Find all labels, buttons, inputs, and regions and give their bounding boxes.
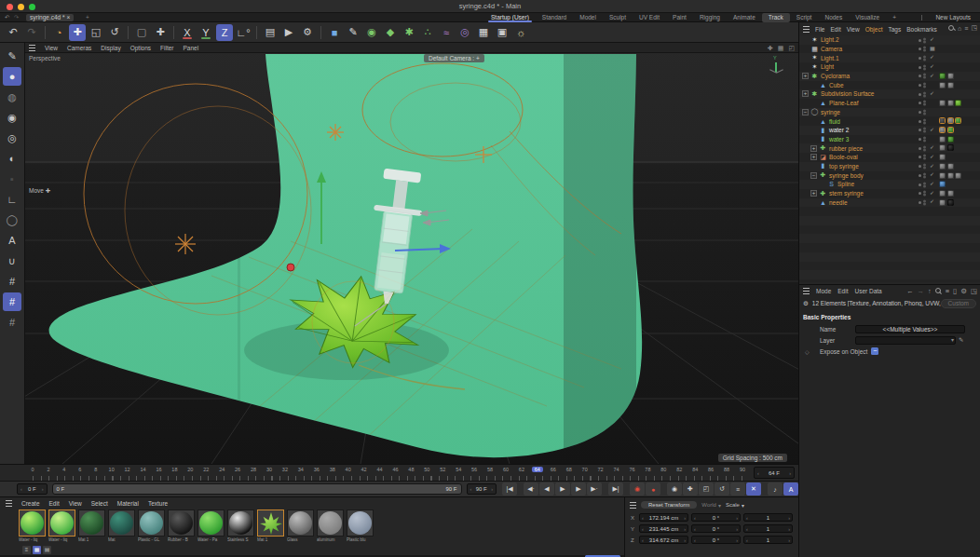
black-tag-icon[interactable] <box>947 199 954 206</box>
enabled-check-icon[interactable]: ✓ <box>930 162 934 171</box>
layout-tab-model[interactable]: Model <box>573 13 603 22</box>
gray-tag-icon[interactable] <box>947 172 954 179</box>
visibility-dots[interactable] <box>919 174 921 177</box>
volume-icon[interactable]: ◎ <box>456 24 473 41</box>
default-camera-chip[interactable]: Default Camera : + <box>424 54 484 62</box>
material-menu-edit[interactable]: Edit <box>49 500 60 507</box>
visibility-dots[interactable] <box>919 156 921 158</box>
prev-frame-button[interactable]: ◀ <box>539 482 554 496</box>
gray-tag-icon[interactable] <box>939 127 946 133</box>
tree-item-light[interactable]: ✶Light✓ <box>799 62 980 72</box>
expand-icon[interactable]: − <box>802 109 809 115</box>
x-pos-field[interactable]: ‹172.194 cm› <box>639 513 688 522</box>
material-1-water-liq[interactable]: Water - liq <box>48 509 75 543</box>
tree-item-water-2[interactable]: ▮water 2✓ <box>799 126 980 135</box>
tree-item-light-2[interactable]: ✶Light.2✓ <box>799 35 980 45</box>
viewport-corner-icon-2[interactable]: ◰ <box>788 45 795 52</box>
layout-tab-nodes[interactable]: Nodes <box>818 13 849 22</box>
document-tab[interactable]: syringe.c4d * × <box>26 14 74 21</box>
tree-item-rubber-piece[interactable]: +✚rubber piece✓ <box>799 143 980 153</box>
gray-tag-icon[interactable] <box>947 117 954 124</box>
extrude-icon[interactable]: ◆ <box>382 24 399 41</box>
redo-icon[interactable]: ↷ <box>14 14 19 21</box>
render-view-icon[interactable]: ▤ <box>262 24 279 41</box>
green-tag-icon[interactable] <box>955 117 961 124</box>
x-rot-field[interactable]: ‹0 °› <box>691 513 741 522</box>
visibility-dots[interactable] <box>919 111 921 114</box>
tree-item-cube[interactable]: ▲Cube <box>799 80 980 89</box>
disabled-mode-icon[interactable]: ▪ <box>3 170 21 188</box>
close-tab-icon[interactable]: × <box>66 14 70 20</box>
light-object-icon[interactable]: ☼ <box>512 24 529 41</box>
visibility-dots[interactable] <box>919 183 921 186</box>
snap-auto-icon[interactable]: # <box>3 313 21 332</box>
material-8-mat-1[interactable]: Mat 1 <box>257 509 284 543</box>
add-tab-button[interactable]: + <box>86 14 89 20</box>
gray-tag-icon[interactable] <box>947 82 954 88</box>
axis-mode-icon[interactable]: A <box>3 231 21 250</box>
enabled-check-icon[interactable]: ✓ <box>930 72 934 81</box>
camera-object-icon[interactable]: ▣ <box>494 24 510 41</box>
axis-move-icon[interactable]: ✚ <box>152 24 169 41</box>
x-scale-field[interactable]: ‹1› <box>743 513 793 522</box>
scale-dropdown[interactable]: Scale▾ <box>726 502 744 509</box>
spin-left-icon[interactable]: ‹ <box>20 486 22 492</box>
material-0-water-liq[interactable]: Water - liq <box>19 509 46 543</box>
search-icon[interactable] <box>948 25 955 32</box>
tree-item-light-1[interactable]: ✶Light.1✓ <box>799 53 980 62</box>
solo-button[interactable]: A <box>783 482 798 496</box>
layout-tab-sculpt[interactable]: Sculpt <box>603 13 633 22</box>
forward-arrow-icon[interactable]: → <box>917 287 924 295</box>
goto-start-button[interactable]: |◀ <box>502 482 517 496</box>
material-7-stainless-s[interactable]: Stainless S <box>227 509 254 543</box>
tree-item-subdivision-surface[interactable]: +✱Subdivision Surface✓ <box>799 89 980 99</box>
redo-icon[interactable]: ↷ <box>23 24 40 41</box>
coord-system-icon[interactable]: ∟° <box>235 24 252 41</box>
cloner-icon[interactable]: ∴ <box>419 24 436 41</box>
y-rot-field[interactable]: ‹0 °› <box>691 524 741 533</box>
live-selection-icon[interactable]: ◔ <box>50 24 67 41</box>
material-menu-texture[interactable]: Texture <box>148 500 168 507</box>
gray-tag-icon[interactable] <box>947 100 954 106</box>
material-9-glass[interactable]: Glass <box>287 509 314 543</box>
spin-left-icon[interactable]: ‹ <box>470 486 472 492</box>
visibility-dots[interactable] <box>919 147 921 150</box>
gray-tag-icon[interactable] <box>939 154 946 160</box>
popup-icon[interactable]: ◳ <box>971 287 977 295</box>
gray-tag-icon[interactable] <box>939 199 946 206</box>
detail-view-icon[interactable]: ▤ <box>43 546 51 554</box>
viewport-menu-filter[interactable]: Filter <box>160 45 173 51</box>
y-scale-field[interactable]: ‹1› <box>743 524 793 533</box>
tree-item-water-3[interactable]: ▮water 3 <box>799 135 980 144</box>
layout-tab-animate[interactable]: Animate <box>727 13 762 22</box>
blue-tag-icon[interactable] <box>939 181 946 187</box>
y-pos-field[interactable]: ‹231.445 cm› <box>639 524 688 533</box>
filter-icon[interactable]: ≡ <box>946 287 949 295</box>
enabled-check-icon[interactable]: ✓ <box>930 35 934 45</box>
expand-icon[interactable]: − <box>810 172 817 179</box>
layout-tab-paint[interactable]: Paint <box>666 13 693 22</box>
filter-icon[interactable]: ≡ <box>964 25 968 32</box>
snap-icon[interactable]: # <box>3 272 21 291</box>
gray-tag-icon[interactable] <box>955 172 961 179</box>
home-icon[interactable]: ⌂ <box>958 25 961 32</box>
next-frame-button[interactable]: ▶ <box>571 482 586 496</box>
visibility-dots[interactable] <box>919 84 921 87</box>
viewport-corner-icon-0[interactable]: ✚ <box>768 45 773 52</box>
popup-icon[interactable]: ◳ <box>971 24 977 32</box>
model-mode-icon[interactable]: ● <box>3 67 21 86</box>
edge-mode-icon[interactable]: ◎ <box>3 129 21 147</box>
camera-tag-icon[interactable]: ▦ <box>930 45 935 54</box>
custom-button[interactable]: Custom <box>941 299 976 308</box>
timeline-ruler[interactable]: 0246810121416182022242628303234363840424… <box>25 465 752 482</box>
visibility-dots[interactable] <box>919 129 921 131</box>
gray-tag-icon[interactable] <box>947 163 954 170</box>
visibility-dots[interactable] <box>919 75 921 77</box>
workplane-icon[interactable]: ∟ <box>3 190 21 209</box>
spin-right-icon[interactable]: › <box>491 486 493 492</box>
gray-tag-icon[interactable] <box>939 100 946 106</box>
scale-tool-icon[interactable]: ◱ <box>88 24 104 41</box>
visibility-dots[interactable] <box>919 120 921 123</box>
preview-range-slider[interactable]: 0 F 90 F <box>52 483 462 495</box>
green-tag-icon[interactable] <box>947 136 954 143</box>
